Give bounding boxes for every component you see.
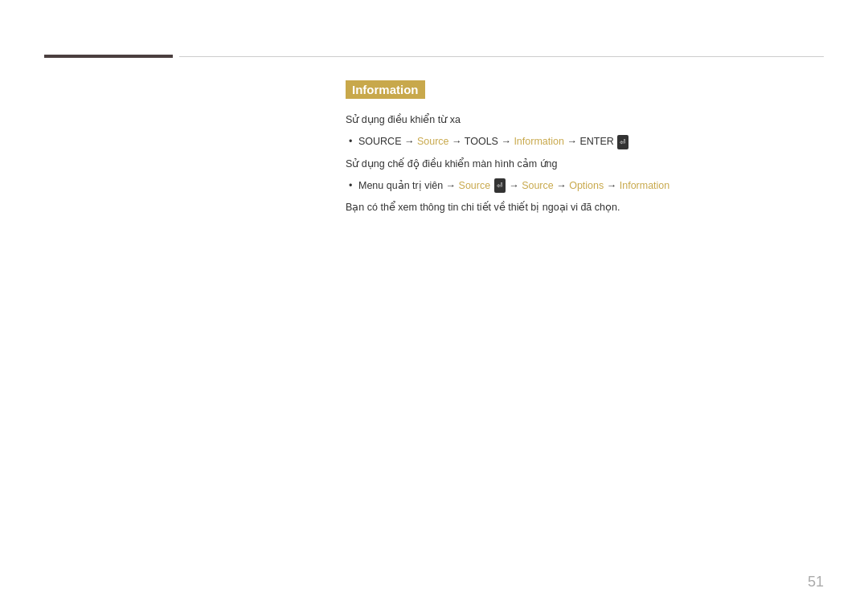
touch-arrow3: → [604,180,619,191]
touch-arrow1: → [509,180,522,191]
remote-control-label: Sử dụng điều khiển từ xa [346,112,824,128]
main-content: Information Sử dụng điều khiển từ xa SOU… [346,80,824,220]
arrow2: → [449,136,465,147]
arrow3: → [498,136,514,147]
description-text: Bạn có thể xem thông tin chi tiết về thi… [346,199,824,215]
source-orange1-label: Source [459,180,491,191]
tools-bold-label: TOOLS [465,136,498,147]
touch-control-label: Sử dụng chế độ điều khiển màn hình cảm ứ… [346,156,824,172]
touch-information-orange-label: Information [620,180,670,191]
enter-bold-label: ENTER [579,136,613,147]
touch-arrow2: → [554,180,569,191]
source-orange2-label: Source [522,180,554,191]
options-orange-label: Options [569,180,604,191]
page-container: Information Sử dụng điều khiển từ xa SOU… [0,0,868,613]
enter-icon: ⏎ [617,135,628,149]
page-number: 51 [808,574,824,591]
information-orange-label: Information [514,136,564,147]
section-title: Information [352,83,419,96]
remote-bullet-list: SOURCE → Source → TOOLS → Information → … [346,133,824,151]
arrow1: → [401,136,416,147]
header-dark-line [44,55,173,58]
menu-label: Menu quản trị viên → [358,180,459,191]
source-orange-label: Source [417,136,449,147]
source-bold-label: SOURCE [358,136,401,147]
touch-path-item: Menu quản trị viên → Source ⏎ → Source →… [346,177,824,195]
remote-path-item: SOURCE → Source → TOOLS → Information → … [346,133,824,151]
header-bar [0,55,868,58]
section-heading: Information [346,80,425,99]
touch-bullet-list: Menu quản trị viên → Source ⏎ → Source →… [346,177,824,195]
arrow4: → [564,136,579,147]
source-box-icon: ⏎ [494,178,506,193]
header-light-line [179,56,824,57]
